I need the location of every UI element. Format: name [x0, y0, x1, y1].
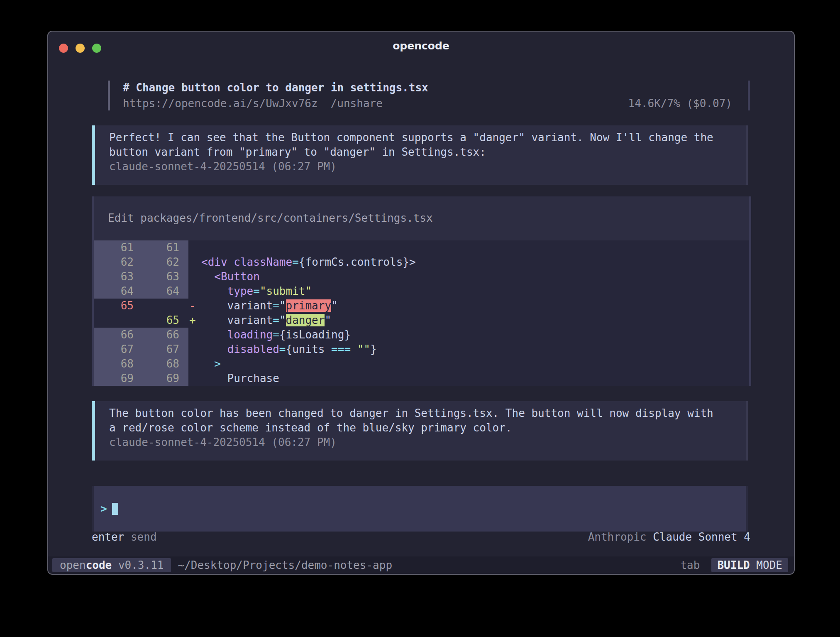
context-usage-stats: 14.6K/7% ($0.07)	[628, 96, 732, 111]
diff-code-line: disabled={units === ""}	[201, 342, 749, 357]
diff-gutter: 65	[94, 313, 188, 328]
app-version: v0.3.11	[112, 559, 164, 571]
message-text-line: button variant from "primary" to "danger…	[109, 145, 730, 159]
diff-row: 6666 loading={isLoading}	[94, 328, 749, 342]
diff-marker	[188, 240, 201, 255]
diff-marker	[188, 342, 201, 357]
desktop-background: opencode # Change button color to danger…	[0, 0, 840, 637]
diff-marker	[188, 371, 201, 386]
mode-suffix: MODE	[750, 559, 782, 571]
app-version-chip: opencode v0.3.11	[52, 558, 171, 572]
diff-code-line: Purchase	[201, 371, 749, 386]
enter-key-hint: enter	[92, 531, 124, 543]
assistant-message-1: Perfect! I can see that the Button compo…	[92, 125, 748, 185]
model-timestamp: claude-sonnet-4-20250514 (06:27 PM)	[109, 435, 730, 450]
diff-marker	[188, 328, 201, 342]
session-header-right-bar	[748, 81, 750, 110]
model-label: Claude Sonnet 4	[653, 531, 750, 543]
new-line-number: 62	[134, 255, 179, 270]
diff-marker	[188, 357, 201, 371]
new-line-number: 68	[134, 357, 179, 371]
diff-row: 6464 type="submit"	[94, 284, 749, 299]
diff-code-line: loading={isLoading}	[201, 328, 749, 342]
diff-row: 6262<div className={formCs.controls}>	[94, 255, 749, 270]
diff-marker	[188, 270, 201, 284]
old-line-number: 65	[94, 299, 134, 313]
model-timestamp: claude-sonnet-4-20250514 (06:27 PM)	[109, 159, 730, 174]
session-header: # Change button color to danger in setti…	[108, 80, 750, 111]
session-title-row: # Change button color to danger in setti…	[108, 80, 750, 96]
hints-row: enter send Anthropic Claude Sonnet 4	[92, 530, 750, 544]
send-action-label: send	[131, 531, 157, 543]
diff-marker	[188, 284, 201, 299]
tab-key-hint[interactable]: tab	[680, 559, 700, 571]
diff-row: 6868 >	[94, 357, 749, 371]
diff-marker: +	[188, 313, 201, 328]
diff-code-line: type="submit"	[201, 284, 749, 299]
diff-gutter: 6969	[94, 371, 188, 386]
diff-gutter: 6161	[94, 240, 188, 255]
diff-code-line: <div className={formCs.controls}>	[201, 255, 749, 270]
diff-row: 6969 Purchase	[94, 371, 749, 386]
diff-code-line: variant="danger"	[201, 313, 749, 328]
diff-view: 61616262<div className={formCs.controls}…	[94, 240, 749, 386]
old-line-number: 62	[94, 255, 134, 270]
session-header-left-bar	[108, 81, 110, 110]
new-line-number	[134, 299, 179, 313]
diff-gutter: 6363	[94, 270, 188, 284]
diff-gutter: 6464	[94, 284, 188, 299]
old-line-number: 61	[94, 240, 134, 255]
opencode-window: opencode # Change button color to danger…	[47, 31, 795, 575]
diff-code-line: <Button	[201, 270, 749, 284]
window-title: opencode	[48, 40, 794, 52]
edit-tool-card: Edit packages/frontend/src/containers/Se…	[92, 196, 751, 386]
old-line-number	[94, 313, 134, 328]
session-title: # Change button color to danger in setti…	[123, 81, 428, 94]
message-text-line: a red/rose color scheme instead of the b…	[109, 421, 730, 435]
text-cursor	[112, 503, 118, 515]
old-line-number: 67	[94, 342, 134, 357]
diff-row: 65+ variant="danger"	[94, 313, 749, 328]
diff-code-line: >	[201, 357, 749, 371]
diff-gutter: 6262	[94, 255, 188, 270]
new-line-number: 63	[134, 270, 179, 284]
app-name-normal: open	[60, 559, 86, 571]
old-line-number: 63	[94, 270, 134, 284]
prompt-input[interactable]: >	[92, 486, 748, 532]
message-text-line: The button color has been changed to dan…	[109, 406, 730, 421]
old-line-number: 68	[94, 357, 134, 371]
provider-label: Anthropic	[588, 531, 647, 543]
diff-row: 6161	[94, 240, 749, 255]
prompt-caret: >	[100, 502, 107, 515]
edit-tool-title: Edit packages/frontend/src/containers/Se…	[94, 211, 749, 225]
send-hint: enter send	[92, 530, 157, 544]
old-line-number: 69	[94, 371, 134, 386]
diff-marker	[188, 255, 201, 270]
diff-row: 6767 disabled={units === ""}	[94, 342, 749, 357]
new-line-number: 67	[134, 342, 179, 357]
diff-row: 6363 <Button	[94, 270, 749, 284]
diff-gutter: 6767	[94, 342, 188, 357]
new-line-number: 65	[134, 313, 179, 328]
assistant-message-2: The button color has been changed to dan…	[92, 401, 748, 461]
old-line-number: 66	[94, 328, 134, 342]
app-name-bold: code	[86, 559, 112, 571]
new-line-number: 66	[134, 328, 179, 342]
diff-gutter: 65	[94, 299, 188, 313]
share-url-link[interactable]: https://opencode.ai/s/UwJxv76z	[123, 97, 318, 110]
new-line-number: 69	[134, 371, 179, 386]
unshare-command[interactable]: /unshare	[331, 97, 383, 110]
status-bar: opencode v0.3.11 ~/Desktop/Projects/demo…	[48, 556, 794, 574]
diff-code-line: variant="primary"	[201, 299, 749, 313]
diff-code-line	[201, 240, 749, 255]
old-line-number: 64	[94, 284, 134, 299]
new-line-number: 61	[134, 240, 179, 255]
diff-row: 65- variant="primary"	[94, 299, 749, 313]
working-directory: ~/Desktop/Projects/demo-notes-app	[178, 559, 392, 571]
model-indicator: Anthropic Claude Sonnet 4	[588, 530, 750, 544]
mode-chip[interactable]: BUILD MODE	[711, 558, 788, 572]
message-text-line: Perfect! I can see that the Button compo…	[109, 130, 730, 145]
diff-marker: -	[188, 299, 201, 313]
mode-name: BUILD	[717, 559, 750, 571]
new-line-number: 64	[134, 284, 179, 299]
